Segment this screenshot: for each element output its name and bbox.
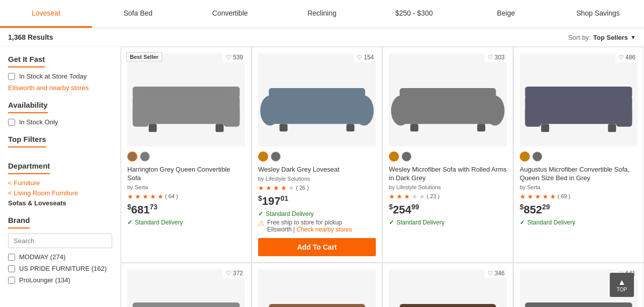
svg-rect-8 xyxy=(149,124,157,132)
star-full-icon: ★ xyxy=(527,193,533,200)
nav-convertible[interactable]: Convertible xyxy=(184,0,276,28)
svg-rect-16 xyxy=(399,95,496,124)
svg-point-12 xyxy=(260,96,279,126)
color-swatch[interactable] xyxy=(520,151,530,162)
product-card: ♡ 154 Wesley Dark Grey Loveseatby Lifest… xyxy=(252,47,382,263)
wishlist-button[interactable]: ♡ 486 xyxy=(615,52,638,62)
color-swatch[interactable] xyxy=(140,151,150,162)
color-swatch[interactable] xyxy=(258,151,268,162)
svg-rect-49 xyxy=(399,304,496,307)
color-swatch[interactable] xyxy=(532,151,542,162)
star-half-icon: ★ xyxy=(550,193,556,200)
star-full-icon: ★ xyxy=(258,184,264,192)
back-to-top-button[interactable]: ▲ TOP xyxy=(610,273,634,297)
heart-icon: ♡ xyxy=(488,270,493,277)
product-image[interactable] xyxy=(389,53,507,146)
color-swatch[interactable] xyxy=(401,151,412,162)
color-swatch[interactable] xyxy=(271,151,281,162)
product-name[interactable]: Wesley Microfiber Sofa with Rolled Arms … xyxy=(389,166,507,183)
star-empty-icon: ★ xyxy=(419,193,425,200)
warning-row: ⚠ Free ship to store for pickup Ellswort… xyxy=(258,219,376,233)
star-full-icon: ★ xyxy=(135,193,141,200)
product-image[interactable] xyxy=(258,269,376,307)
brand-search-input[interactable] xyxy=(8,234,112,248)
product-brand: by Serta xyxy=(520,184,637,190)
nav-reclining[interactable]: Reclining xyxy=(276,0,368,28)
wishlist-count: 486 xyxy=(625,54,635,61)
wishlist-button[interactable]: ♡ 303 xyxy=(485,52,508,62)
product-image[interactable] xyxy=(258,53,376,146)
star-full-icon: ★ xyxy=(142,193,148,200)
brand-uspride-checkbox[interactable] xyxy=(8,265,15,272)
product-name[interactable]: Harrington Grey Queen Convertible Sofa xyxy=(127,166,245,183)
star-empty-icon: ★ xyxy=(412,193,418,200)
nav-sofa-bed[interactable]: Sofa Bed xyxy=(92,0,184,28)
nav-price-range[interactable]: $250 - $300 xyxy=(368,0,460,28)
review-count[interactable]: ( 69 ) xyxy=(557,193,571,199)
check-icon: ✓ xyxy=(389,219,394,226)
color-swatch[interactable] xyxy=(127,151,137,162)
wishlist-button[interactable]: ♡ 346 xyxy=(485,268,508,278)
dept-living-room-link[interactable]: < Living Room Furniture xyxy=(8,189,112,197)
in-stock-only-row: In Stock Only xyxy=(8,118,112,126)
sort-value[interactable]: Top Sellers xyxy=(593,34,628,41)
product-name[interactable]: Augustus Microfiber Convertible Sofa, Qu… xyxy=(520,166,637,183)
heart-icon: ♡ xyxy=(618,54,624,61)
product-image[interactable] xyxy=(520,53,637,146)
department-section: Department < Furniture < Living Room Fur… xyxy=(8,162,112,207)
in-stock-only-checkbox[interactable] xyxy=(8,119,15,126)
wishlist-button[interactable]: ♡ 372 xyxy=(223,268,246,278)
best-seller-badge: Best Seller xyxy=(126,52,162,61)
standard-delivery-row: ✓ Standard Delivery xyxy=(127,219,245,226)
in-stock-only-label: In Stock Only xyxy=(19,118,58,126)
brand-prolounger-label: ProLounger (134) xyxy=(19,276,70,284)
store-name-label: Ellsworth xyxy=(267,226,292,233)
product-name[interactable]: Wesley Dark Grey Loveseat xyxy=(258,166,376,174)
review-count[interactable]: ( 26 ) xyxy=(296,185,309,191)
check-nearby-link[interactable]: Check nearby stores xyxy=(296,226,352,233)
add-to-cart-button[interactable]: Add To Cart xyxy=(258,238,376,256)
star-full-icon: ★ xyxy=(266,184,272,192)
nav-loveseat[interactable]: Loveseat xyxy=(0,0,92,28)
color-swatches xyxy=(258,151,376,162)
svg-point-19 xyxy=(485,96,504,126)
sidebar: Get It Fast In Stock at Store Today Ells… xyxy=(0,47,121,307)
product-price: $85229 xyxy=(520,203,637,216)
review-count[interactable]: ( 64 ) xyxy=(165,193,178,199)
department-title: Department xyxy=(8,162,50,174)
wishlist-count: 303 xyxy=(495,54,505,61)
nav-beige[interactable]: Beige xyxy=(460,0,552,28)
product-price: $19701 xyxy=(258,194,376,208)
sort-chevron-icon[interactable]: ▼ xyxy=(630,34,636,40)
star-full-icon: ★ xyxy=(150,193,156,200)
brand-modway-label: MODWAY (274) xyxy=(19,253,65,261)
delivery-label: Standard Delivery xyxy=(527,219,575,226)
svg-rect-24 xyxy=(525,108,541,126)
star-full-icon: ★ xyxy=(389,193,395,200)
brand-uspride-row: US PRIDE FURNITURE (162) xyxy=(8,265,112,272)
star-full-icon: ★ xyxy=(535,193,541,200)
delivery-label: Standard Delivery xyxy=(135,219,183,226)
product-image[interactable] xyxy=(127,53,245,146)
wishlist-button[interactable]: ♡ 154 xyxy=(354,52,377,62)
top-nav: Loveseat Sofa Bed Convertible Reclining … xyxy=(0,0,644,28)
brand-prolounger-checkbox[interactable] xyxy=(8,277,15,284)
heart-icon: ♡ xyxy=(488,54,493,61)
in-stock-store-checkbox[interactable] xyxy=(8,73,15,80)
svg-rect-30 xyxy=(541,124,549,132)
color-swatches xyxy=(127,151,245,162)
review-count[interactable]: ( 23 ) xyxy=(427,193,440,199)
in-stock-store-row: In Stock at Store Today xyxy=(8,72,112,80)
brand-modway-checkbox[interactable] xyxy=(8,254,15,261)
dept-furniture-link[interactable]: < Furniture xyxy=(8,179,112,187)
brand-uspride-label: US PRIDE FURNITURE (162) xyxy=(19,265,107,272)
nav-shop-savings[interactable]: Shop Savings xyxy=(552,0,644,28)
product-card xyxy=(252,263,382,307)
standard-delivery-row: ✓ Standard Delivery xyxy=(389,219,507,226)
dept-current: Sofas & Loveseats xyxy=(8,199,112,207)
in-stock-store-label: In Stock at Store Today xyxy=(19,72,87,80)
color-swatch[interactable] xyxy=(389,151,399,162)
product-rating: ★★★★★ ( 69 ) xyxy=(520,193,637,200)
wishlist-button[interactable]: ♡ 539 xyxy=(223,52,246,62)
store-link[interactable]: Ellsworth and nearby stores xyxy=(8,84,112,92)
